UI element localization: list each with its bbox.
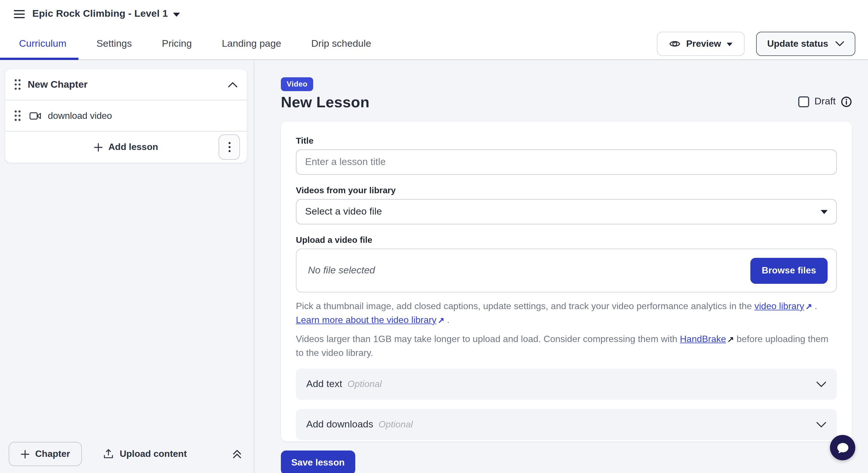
lesson-editor: Video New Lesson Draft Title Vide: [254, 60, 868, 473]
chevron-down-icon: [816, 421, 827, 428]
compression-help-text: Videos larger than 1GB may take longer t…: [296, 332, 837, 359]
draft-label: Draft: [814, 96, 836, 107]
course-builder-app: Epic Rock Climbing - Level 1 Curriculum …: [0, 0, 868, 473]
curriculum-sidebar: New Chapter download video: [0, 60, 254, 473]
drag-handle-icon[interactable]: [14, 79, 21, 90]
add-downloads-accordion[interactable]: Add downloads Optional: [296, 409, 837, 440]
draft-toggle: Draft: [798, 96, 852, 107]
page-body: New Chapter download video: [0, 60, 868, 473]
chapter-title: New Chapter: [28, 79, 88, 90]
add-lesson-button[interactable]: Add lesson: [5, 142, 247, 152]
video-camera-icon: [29, 112, 41, 120]
video-library-select-value: Select a video file: [305, 206, 382, 217]
video-library-link[interactable]: video library: [754, 301, 804, 311]
chapter-footer: Add lesson: [5, 131, 247, 163]
tab-settings[interactable]: Settings: [81, 28, 147, 59]
chat-launcher-button[interactable]: [830, 435, 855, 460]
upload-icon: [103, 449, 114, 459]
add-text-label: Add text: [306, 378, 342, 390]
title-field-group: Title: [296, 135, 837, 175]
upload-content-button[interactable]: Upload content: [103, 449, 187, 459]
add-text-accordion[interactable]: Add text Optional: [296, 369, 837, 400]
library-field-label: Videos from your library: [296, 185, 837, 195]
chapter-options-button[interactable]: [219, 134, 240, 160]
external-link-icon[interactable]: ↗: [436, 314, 444, 327]
plus-icon: [94, 143, 103, 151]
preview-button[interactable]: Preview: [657, 31, 745, 56]
update-status-label: Update status: [767, 38, 828, 49]
chapter-header[interactable]: New Chapter: [5, 69, 247, 100]
plus-icon: [21, 450, 29, 458]
optional-label: Optional: [379, 419, 413, 430]
handbrake-link[interactable]: HandBrake: [680, 334, 726, 344]
browse-files-button[interactable]: Browse files: [750, 257, 828, 284]
upload-field-group: Upload a video file No file selected Bro…: [296, 235, 837, 292]
add-chapter-button[interactable]: Chapter: [9, 442, 82, 466]
caret-down-icon: [821, 210, 828, 214]
optional-label: Optional: [347, 379, 382, 389]
chevron-down-icon: [835, 41, 844, 46]
drag-handle-icon[interactable]: [14, 110, 21, 121]
lesson-heading-block: Video New Lesson: [281, 77, 369, 111]
page-title: New Lesson: [281, 93, 369, 111]
tab-curriculum[interactable]: Curriculum: [4, 28, 81, 59]
tab-drip-schedule[interactable]: Drip schedule: [296, 28, 386, 59]
preview-button-label: Preview: [686, 38, 721, 49]
library-field-group: Videos from your library Select a video …: [296, 185, 837, 224]
file-upload-dropzone[interactable]: No file selected Browse files: [296, 249, 837, 292]
course-title: Epic Rock Climbing - Level 1: [32, 8, 168, 20]
upload-content-label: Upload content: [120, 449, 187, 459]
caret-down-icon: [173, 12, 180, 17]
external-link-icon: ↗: [726, 333, 734, 346]
course-switcher[interactable]: Epic Rock Climbing - Level 1: [32, 8, 180, 20]
tab-list: Curriculum Settings Pricing Landing page…: [4, 28, 386, 59]
draft-checkbox[interactable]: [798, 96, 809, 107]
double-chevron-up-icon: [232, 449, 242, 459]
lesson-row[interactable]: download video: [5, 100, 247, 131]
lesson-header: Video New Lesson Draft: [281, 77, 852, 111]
help-text: Pick a thumbnail image, add closed capti…: [296, 301, 754, 311]
sidebar-bottom-bar: Chapter Upload content: [0, 435, 254, 473]
kebab-menu-icon: [228, 142, 230, 152]
help-text: .: [444, 315, 450, 325]
lesson-title-input[interactable]: [296, 149, 837, 175]
chat-bubble-icon: [836, 442, 849, 454]
tabbar: Curriculum Settings Pricing Landing page…: [0, 28, 868, 60]
chevron-down-icon: [816, 381, 827, 387]
add-lesson-label: Add lesson: [108, 142, 158, 152]
tab-landing-page[interactable]: Landing page: [207, 28, 296, 59]
lesson-form-card: Title Videos from your library Select a …: [281, 122, 852, 441]
video-library-help-text: Pick a thumbnail image, add closed capti…: [296, 299, 837, 327]
no-file-text: No file selected: [308, 265, 375, 276]
chapter-card: New Chapter download video: [5, 69, 247, 163]
collapse-all-button[interactable]: [232, 449, 242, 459]
topbar: Epic Rock Climbing - Level 1: [0, 0, 868, 28]
info-icon[interactable]: [841, 96, 852, 107]
tabbar-actions: Preview Update status: [657, 31, 868, 56]
lesson-row-title: download video: [48, 111, 112, 121]
help-text: .: [812, 301, 817, 311]
video-library-select[interactable]: Select a video file: [296, 199, 837, 224]
update-status-button[interactable]: Update status: [756, 31, 855, 56]
caret-down-icon: [727, 42, 733, 46]
add-downloads-label: Add downloads: [306, 419, 373, 430]
upload-field-label: Upload a video file: [296, 235, 837, 245]
chevron-up-icon[interactable]: [228, 82, 238, 87]
tab-pricing[interactable]: Pricing: [147, 28, 207, 59]
hamburger-menu-icon[interactable]: [9, 4, 29, 24]
add-chapter-label: Chapter: [35, 449, 70, 459]
save-lesson-button[interactable]: Save lesson: [281, 450, 355, 473]
help-text: Videos larger than 1GB may take longer t…: [296, 334, 680, 344]
title-field-label: Title: [296, 135, 837, 145]
lesson-type-badge: Video: [281, 77, 313, 91]
external-link-icon[interactable]: ↗: [804, 300, 812, 313]
learn-more-link[interactable]: Learn more about the video library: [296, 315, 436, 325]
eye-icon: [669, 39, 680, 48]
active-tab-underline: [0, 58, 79, 60]
